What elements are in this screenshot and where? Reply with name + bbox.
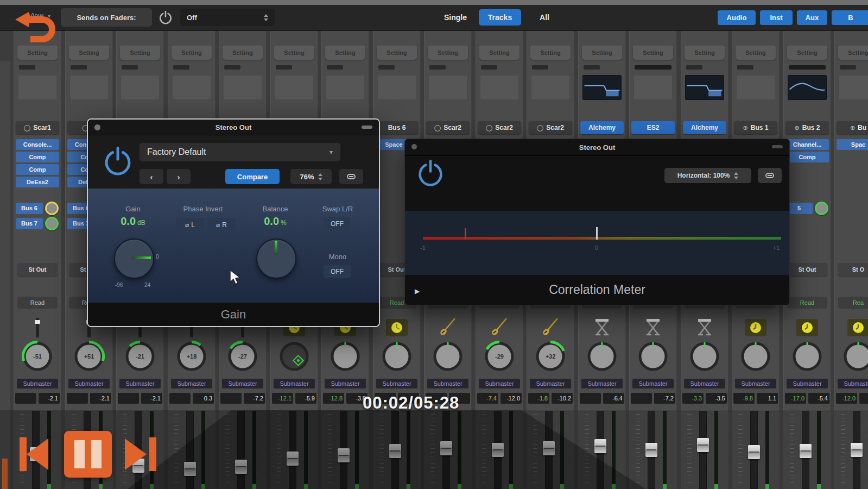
level-display[interactable]: -3.5 [706,393,727,404]
level-display[interactable]: -5.4 [808,393,829,404]
pan-knob[interactable] [586,341,618,372]
channel-name-button[interactable]: Bus 6 [375,121,419,134]
channel-name-button[interactable]: ◯Scar2 [529,121,572,134]
send-knob[interactable] [815,202,828,215]
filter-audio-button[interactable]: Audio [718,10,756,25]
balance-param-value[interactable]: 0.0% [243,215,308,228]
sends-mode-select[interactable]: Off [180,9,275,26]
level-display[interactable]: -6.4 [603,393,624,404]
pan-knob[interactable] [842,341,868,372]
channel-name-button[interactable]: Alchemy [580,121,624,134]
level-display[interactable] [169,393,191,404]
plugin-slot[interactable]: Channel... [785,139,829,150]
mono-button[interactable]: OFF [324,265,351,278]
minimize-icon[interactable] [772,145,783,148]
channel-setting-button[interactable]: Setting [172,46,212,60]
channel-name-button[interactable]: ◯Scar2 [478,121,521,134]
pan-knob[interactable] [791,341,823,372]
pan-knob[interactable] [740,341,771,372]
link-icon[interactable] [339,169,363,184]
channel-setting-button[interactable]: Setting [787,46,827,60]
level-display[interactable]: -7.2 [244,393,265,404]
preset-select[interactable]: Factory Default ▾ [140,143,340,161]
pan-knob[interactable]: -21 [124,341,156,372]
level-display[interactable] [859,393,868,404]
send-name[interactable]: Bus 7 [16,218,43,229]
channel-setting-button[interactable]: Setting [633,46,673,60]
filter-aux-button[interactable]: Aux [797,10,827,25]
channel-name-button[interactable]: ES2 [631,121,675,134]
gain-knob[interactable] [114,239,154,279]
gain-param-value[interactable]: 0.0dB [100,215,166,228]
channel-setting-button[interactable]: Setting [530,46,571,60]
level-display[interactable] [15,393,36,404]
automation-read-button[interactable]: Rea [838,297,868,309]
pan-knob[interactable] [637,341,669,372]
level-display[interactable] [580,393,601,404]
skip-forward-button[interactable] [124,435,160,473]
level-display[interactable]: -12.1 [272,393,293,404]
channel-name-button[interactable]: ◯Scar1 [16,121,59,134]
channel-setting-button[interactable]: Setting [479,46,519,60]
channel-setting-button[interactable]: Setting [325,46,365,60]
channel-name-button[interactable]: ◯Scar2 [426,121,470,134]
close-icon[interactable] [94,124,100,130]
power-icon[interactable] [159,10,173,24]
swap-lr-button[interactable]: OFF [324,217,351,230]
pause-button[interactable] [64,431,112,478]
send-knob[interactable] [45,202,59,215]
close-icon[interactable] [411,144,417,149]
output-button[interactable]: St Out [17,263,58,276]
power-icon[interactable] [103,146,132,175]
eq-thumbnail[interactable] [788,75,827,100]
skip-back-button[interactable] [16,435,52,473]
level-display[interactable] [220,393,242,404]
level-display[interactable]: 1.1 [757,393,778,404]
tab-all[interactable]: All [523,9,566,26]
level-display[interactable]: -12.0 [836,393,857,404]
channel-setting-button[interactable]: Setting [120,46,160,60]
plugin-slot[interactable]: DeEss2 [16,177,59,187]
plugin-slot[interactable]: Comp [16,164,59,175]
preset-next-button[interactable]: › [167,169,191,184]
plugin-slot[interactable]: Spac [837,139,868,150]
level-display[interactable]: -12.0 [500,393,522,404]
channel-setting-button[interactable]: Setting [685,46,725,60]
disclosure-triangle-icon[interactable]: ▶ [415,287,420,295]
horizontal-zoom-stepper[interactable]: Horizontal: 100% [664,168,751,183]
output-button[interactable]: St Out [787,263,827,276]
phase-left-button[interactable]: ⌀ L [176,218,204,231]
level-display[interactable] [631,393,652,404]
tab-tracks[interactable]: Tracks [479,9,521,26]
level-display[interactable]: -3.3 [682,393,704,404]
eq-thumbnail[interactable] [582,75,622,100]
pan-knob[interactable] [432,341,464,372]
pan-knob[interactable]: +51 [73,341,105,372]
channel-setting-button[interactable]: Setting [274,46,314,60]
compare-button[interactable]: Compare [225,169,280,184]
pan-knob[interactable] [689,341,720,372]
gain-window-titlebar[interactable]: Stereo Out [88,120,379,135]
link-icon[interactable] [758,168,782,183]
pan-knob[interactable]: -51 [22,341,53,372]
channel-name-button[interactable]: Alchemy [683,121,726,134]
level-display[interactable]: -12.8 [323,393,344,404]
output-button[interactable]: St O [838,263,868,276]
level-display[interactable]: -2.1 [90,393,111,404]
filter-inst-button[interactable]: Inst [760,10,793,25]
pan-knob[interactable] [278,341,310,372]
power-icon[interactable] [417,159,444,186]
level-display[interactable]: -1.8 [528,393,549,404]
channel-setting-button[interactable]: Setting [377,46,417,60]
preset-prev-button[interactable]: ‹ [140,169,163,184]
pan-knob[interactable]: +18 [176,341,207,372]
level-display[interactable]: -7.2 [654,393,675,404]
channel-setting-button[interactable]: Setting [582,46,622,60]
level-display[interactable]: -10.2 [552,393,573,404]
pan-knob[interactable] [330,341,361,372]
tab-single[interactable]: Single [434,9,477,26]
phase-right-button[interactable]: ⌀ R [207,218,236,231]
eq-thumbnail[interactable] [685,75,724,100]
level-display[interactable] [118,393,139,404]
minimize-icon[interactable] [362,126,372,129]
